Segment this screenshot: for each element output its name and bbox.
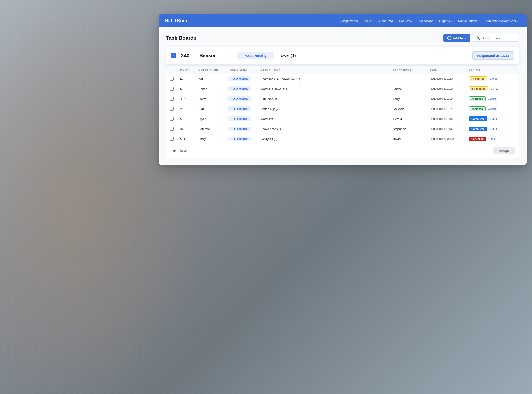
cell-room-4: 519 — [180, 117, 197, 121]
assign-button[interactable]: Assign — [493, 147, 515, 155]
user-chevron: ▾ — [517, 20, 518, 22]
status-cell-4: Completed Cancel — [469, 116, 516, 121]
status-badge-4: Completed — [469, 116, 487, 121]
table-footer: Total Tasks: 8 Assign — [166, 144, 519, 158]
featured-status-badge: Requested at 11:13 — [472, 51, 514, 60]
row-checkbox-2[interactable] — [170, 97, 174, 101]
cell-room-2: 414 — [180, 97, 197, 101]
cell-guest-4: Bryan — [198, 117, 226, 121]
add-task-button[interactable]: + Add Task — [443, 34, 470, 42]
col-guest: Guest Name — [198, 68, 226, 71]
nav-configurations[interactable]: Configurations ▾ — [456, 18, 482, 24]
content-area: Task Boards + Add Task 🔍 340 Benson Hous… — [159, 27, 527, 166]
cell-desc-1: Water (1), Towel (1) — [261, 87, 391, 91]
cell-time-6: Requested at 09:33 — [430, 137, 467, 140]
cell-time-2: Requested at 1:19 — [430, 97, 467, 100]
total-tasks-label: Total Tasks: 8 — [171, 149, 189, 153]
col-description: Description — [261, 68, 391, 71]
app-panel: Hotel Kors Assignments Tasks Guest Data … — [159, 14, 527, 166]
status-badge-5: Completed — [469, 126, 487, 131]
featured-staff: – — [460, 53, 472, 58]
header-actions: + Add Task 🔍 — [443, 34, 519, 42]
cell-time-5: Requested at 1:06 — [430, 127, 467, 130]
reports-chevron: ▾ — [451, 20, 452, 22]
table-row: 519 Bryan Housekeeping Water (2) Gerald … — [166, 114, 519, 124]
cell-label-3: Housekeeping — [228, 106, 259, 111]
row-checkbox-3[interactable] — [170, 107, 174, 111]
cancel-button-5[interactable]: Cancel — [489, 127, 499, 130]
cell-guest-2: Sierra — [198, 97, 226, 101]
cell-label-2: Housekeeping — [228, 96, 259, 101]
featured-room: 340 — [181, 53, 199, 59]
table-row: 643 Robert Housekeeping Water (1), Towel… — [166, 84, 519, 94]
cell-guest-0: Kat — [198, 77, 226, 81]
cell-desc-6: Vanity Kit (1) — [261, 137, 391, 141]
status-badge-3: Assigned — [469, 106, 486, 111]
nav-requests[interactable]: Requests — [396, 18, 414, 24]
cell-desc-4: Water (2) — [261, 117, 391, 121]
status-badge-1: In Progress — [469, 86, 488, 91]
featured-checkbox[interactable] — [171, 53, 176, 58]
table-row: 343 Peterson Housekeeping Shower cap (1)… — [166, 124, 519, 134]
table-row: 503 Kat Housekeeping Shampoo (1), Shower… — [166, 74, 519, 84]
status-cell-0: Requested Cancel — [469, 76, 516, 81]
status-cell-6: Cancelled Cancel — [469, 136, 516, 141]
cell-desc-3: Coffee cup (2) — [261, 107, 391, 111]
search-input[interactable] — [482, 36, 516, 40]
cell-time-0: Requested at 1:20 — [430, 77, 467, 80]
cell-time-1: Requested at 1:19 — [430, 87, 467, 90]
cancel-button-2[interactable]: Cancel — [487, 97, 497, 100]
cell-time-3: Requested at 1:14 — [430, 107, 467, 110]
table-row: 298 Cyril Housekeeping Coffee cup (2) Ja… — [166, 104, 519, 114]
task-table: Room Guest Name Task Label Description S… — [166, 66, 519, 158]
search-icon: 🔍 — [476, 36, 480, 40]
col-status: Status — [469, 68, 516, 71]
nav-tasks[interactable]: Tasks — [361, 18, 374, 24]
nav-menu: Assignments Tasks Guest Data Requests In… — [194, 18, 520, 24]
status-cell-2: Assigned Cancel — [469, 96, 516, 101]
plus-icon: + — [447, 36, 451, 40]
cell-room-1: 643 — [180, 87, 197, 91]
row-checkbox-4[interactable] — [170, 117, 174, 121]
brand-logo: Hotel Kors — [165, 18, 187, 23]
cell-label-5: Housekeeping — [228, 126, 259, 131]
cell-guest-3: Cyril — [198, 107, 226, 111]
cell-desc-5: Shower cap (1) — [261, 127, 391, 131]
cancel-button-6[interactable]: Cancel — [487, 137, 498, 140]
cancel-button-1[interactable]: Cancel — [490, 87, 500, 90]
nav-assignments[interactable]: Assignments — [338, 18, 360, 24]
cancel-button-3[interactable]: Cancel — [487, 107, 497, 110]
cell-guest-5: Peterson — [198, 127, 226, 131]
navbar: Hotel Kors Assignments Tasks Guest Data … — [159, 14, 527, 27]
search-box[interactable]: 🔍 — [473, 34, 519, 42]
nav-guest-data[interactable]: Guest Data — [375, 18, 395, 24]
cell-staff-0: – — [393, 77, 428, 81]
cell-label-0: Housekeeping — [228, 76, 259, 81]
row-checkbox-0[interactable] — [170, 77, 174, 81]
cancel-button-0[interactable]: Cancel — [488, 77, 499, 80]
row-checkbox-6[interactable] — [170, 137, 174, 141]
cancel-button-4[interactable]: Cancel — [489, 117, 499, 120]
cell-staff-4: Gerald — [393, 117, 428, 121]
status-badge-2: Assigned — [469, 96, 486, 101]
cell-label-6: Housekeeping — [228, 136, 259, 141]
cell-staff-3: Jackson — [393, 107, 428, 111]
cell-desc-0: Shampoo (1), Shower Gel (1) — [261, 77, 391, 81]
row-checkbox-5[interactable] — [170, 127, 174, 131]
nav-user-menu[interactable]: admin@hotelkors.com ▾ — [483, 18, 520, 24]
nav-inspections[interactable]: Inspections — [415, 18, 435, 24]
col-room: Room — [180, 68, 197, 71]
status-cell-5: Completed Cancel — [469, 126, 516, 131]
status-badge-0: Requested — [469, 76, 487, 81]
cell-room-3: 298 — [180, 107, 197, 111]
row-checkbox-1[interactable] — [170, 87, 174, 91]
featured-description: Towel (1) — [274, 53, 460, 58]
cell-room-0: 503 — [180, 77, 197, 81]
status-cell-1: In Progress Cancel — [469, 86, 516, 91]
cell-staff-2: Larry — [393, 97, 428, 101]
nav-reports[interactable]: Reports ▾ — [437, 18, 454, 24]
cell-label-1: Housekeeping — [228, 86, 259, 91]
cell-time-4: Requested at 1:08 — [430, 117, 467, 120]
cell-room-5: 343 — [180, 127, 197, 131]
cell-guest-1: Robert — [198, 87, 226, 91]
